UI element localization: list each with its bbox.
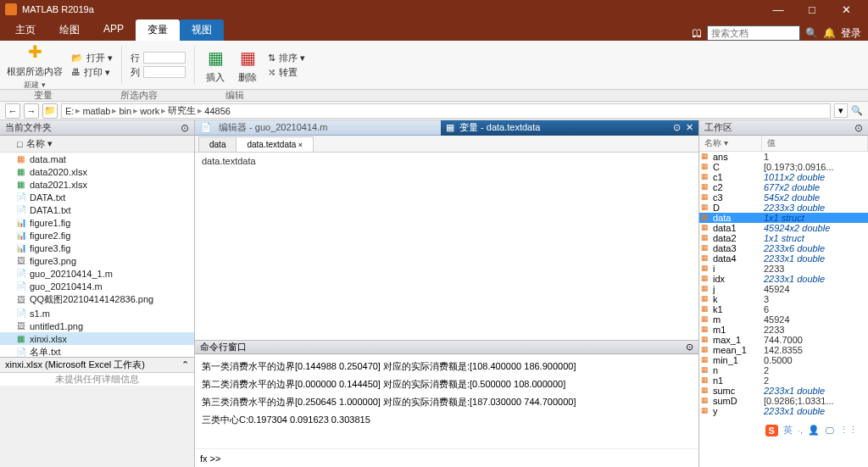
print-button[interactable]: 🖶打印 ▾ [71, 66, 113, 79]
workspace-var[interactable]: ▦mean_1142.8355 [699, 345, 868, 355]
var-value: 2233x1 double [764, 253, 866, 264]
workspace-var[interactable]: ▦n2 [699, 365, 868, 375]
workspace-var[interactable]: ▦n12 [699, 375, 868, 386]
maximize-button[interactable]: □ [795, 3, 829, 16]
file-item[interactable]: 🖼untitled1.png [0, 320, 194, 332]
workspace-var[interactable]: ▦min_10.5000 [699, 355, 868, 365]
workspace-var[interactable]: ▦data145924x2 double [699, 223, 868, 233]
ime-toolbar[interactable]: S英⸱,👤🖵⋮⋮ [765, 424, 858, 436]
ribbon-tab-变量[interactable]: 变量 [136, 19, 180, 41]
transpose-button[interactable]: ⤭转置 [268, 66, 305, 79]
row-input[interactable] [143, 52, 186, 64]
ws-name-header[interactable]: 名称 ▾ [699, 136, 762, 151]
new-variable-icon[interactable]: ✚ [23, 40, 47, 64]
sort-button[interactable]: ⇅排序 ▾ [268, 52, 305, 64]
name-column-header[interactable]: □名称 ▾ [0, 136, 194, 153]
crumb[interactable]: bin [119, 106, 131, 116]
workspace-var[interactable]: ▦m12233 [699, 325, 868, 335]
workspace-var[interactable]: ▦k16 [699, 304, 868, 314]
variable-tab[interactable]: data.textdata × [236, 136, 314, 152]
file-name: untitled1.png [30, 321, 83, 331]
file-item[interactable]: 📄名单.txt [0, 345, 194, 357]
file-item[interactable]: ▦xinxi.xlsx [0, 332, 194, 345]
variable-undock-icon[interactable]: ⊙ [673, 122, 681, 133]
file-item[interactable]: 📄DATA.txt [0, 191, 194, 203]
file-item[interactable]: ▦data2021.xlsx [0, 178, 194, 191]
crumb[interactable]: work [140, 106, 159, 116]
workspace-var[interactable]: ▦data1x1 struct [699, 213, 868, 223]
close-button[interactable]: ✕ [829, 3, 863, 16]
ribbon-tab-视图[interactable]: 视图 [180, 19, 224, 41]
ribbon-tab-绘图[interactable]: 绘图 [47, 19, 92, 41]
file-icon: 📄 [15, 281, 26, 292]
file-item[interactable]: 📄DATA1.txt [0, 203, 194, 216]
notification-icon[interactable]: 🔔 [823, 27, 836, 39]
var-name: i [713, 264, 764, 274]
workspace-var[interactable]: ▦idx2233x1 double [699, 274, 868, 284]
file-item[interactable]: 📄guo_20210414.m [0, 280, 194, 292]
command-output[interactable]: 第一类消费水平的边界[0.144988 0.250470] 对应的实际消费额是:… [195, 354, 698, 448]
path-dropdown-icon[interactable]: ▾ [834, 103, 848, 118]
ribbon-tab-主页[interactable]: 主页 [3, 19, 47, 41]
var-icon: ▦ [701, 223, 713, 233]
workspace-var[interactable]: ▦c2677x2 double [699, 182, 868, 192]
file-item[interactable]: ▦data2020.xlsx [0, 165, 194, 178]
var-icon: ▦ [701, 233, 713, 243]
workspace-var[interactable]: ▦D2233x3 double [699, 203, 868, 213]
workspace-var[interactable]: ▦ans1 [699, 152, 868, 162]
variable-tab[interactable]: data [198, 136, 236, 152]
variable-close-icon[interactable]: ✕ [686, 122, 693, 133]
preview-collapse-icon[interactable]: ⌃ [181, 359, 189, 370]
cmd-menu-icon[interactable]: ⊙ [686, 342, 693, 353]
file-item[interactable]: 📊figure2.fig [0, 229, 194, 242]
ws-value-header[interactable]: 值 [762, 136, 868, 151]
var-icon: ▦ [701, 406, 713, 416]
file-item[interactable]: 🖼figure3.png [0, 254, 194, 267]
crumb[interactable]: matlab [82, 106, 110, 116]
minimize-button[interactable]: — [761, 3, 795, 16]
command-prompt[interactable]: fx >> [195, 448, 698, 467]
file-item[interactable]: ▦data.mat [0, 153, 194, 165]
breadcrumb[interactable]: E: ▸ matlab ▸ bin ▸ work ▸ 研究生 ▸ 44856 [61, 103, 831, 119]
workspace-var[interactable]: ▦m45924 [699, 314, 868, 325]
workspace-var[interactable]: ▦data32233x6 double [699, 243, 868, 253]
open-button[interactable]: 📂打开 ▾ [71, 52, 113, 64]
file-item[interactable]: 📊figure3.fig [0, 242, 194, 254]
workspace-var[interactable]: ▦data42233x1 double [699, 253, 868, 264]
workspace-var[interactable]: ▦sumD[0.9286;1.0331... [699, 396, 868, 406]
workspace-var[interactable]: ▦c3545x2 double [699, 192, 868, 203]
search-icon[interactable]: 🔍 [805, 27, 818, 39]
workspace-menu-icon[interactable]: ⊙ [854, 122, 863, 134]
file-item[interactable]: 📊figure1.fig [0, 216, 194, 229]
file-icon: ▦ [15, 153, 26, 164]
ribbon-tab-APP[interactable]: APP [92, 19, 136, 41]
var-name: k1 [713, 304, 764, 314]
workspace-var[interactable]: ▦k3 [699, 294, 868, 304]
folder-icon[interactable]: 📁 [42, 103, 58, 119]
insert-icon[interactable]: ▦ [203, 46, 227, 69]
search-path-icon[interactable]: 🔍 [851, 105, 863, 116]
variable-editor-body[interactable]: data.textdata [195, 153, 698, 340]
nav-back-button[interactable]: ← [5, 103, 20, 119]
crumb[interactable]: 研究生 [168, 104, 196, 117]
workspace-var[interactable]: ▦i2233 [699, 264, 868, 274]
workspace-var[interactable]: ▦j45924 [699, 284, 868, 294]
delete-icon[interactable]: ▦ [236, 46, 259, 69]
workspace-var[interactable]: ▦C[0.1973;0.0916... [699, 162, 868, 172]
help-icon[interactable]: 🕮 [692, 27, 702, 39]
col-input[interactable] [143, 66, 186, 78]
file-item[interactable]: 🖼QQ截图20210414142836.png [0, 292, 194, 307]
workspace-var[interactable]: ▦max_1744.7000 [699, 335, 868, 345]
crumb[interactable]: 44856 [204, 106, 231, 116]
nav-fwd-button[interactable]: → [24, 103, 39, 119]
workspace-var[interactable]: ▦sumc2233x1 double [699, 386, 868, 396]
file-item[interactable]: 📄s1.m [0, 307, 194, 320]
workspace-var[interactable]: ▦data21x1 struct [699, 233, 868, 243]
workspace-var[interactable]: ▦y2233x1 double [699, 406, 868, 416]
crumb[interactable]: E: [65, 106, 74, 116]
panel-menu-icon[interactable]: ⊙ [181, 122, 189, 134]
login-link[interactable]: 登录 [841, 26, 861, 41]
workspace-var[interactable]: ▦c11011x2 double [699, 172, 868, 182]
search-input[interactable] [707, 25, 800, 41]
file-item[interactable]: 📄guo_20210414_1.m [0, 267, 194, 280]
